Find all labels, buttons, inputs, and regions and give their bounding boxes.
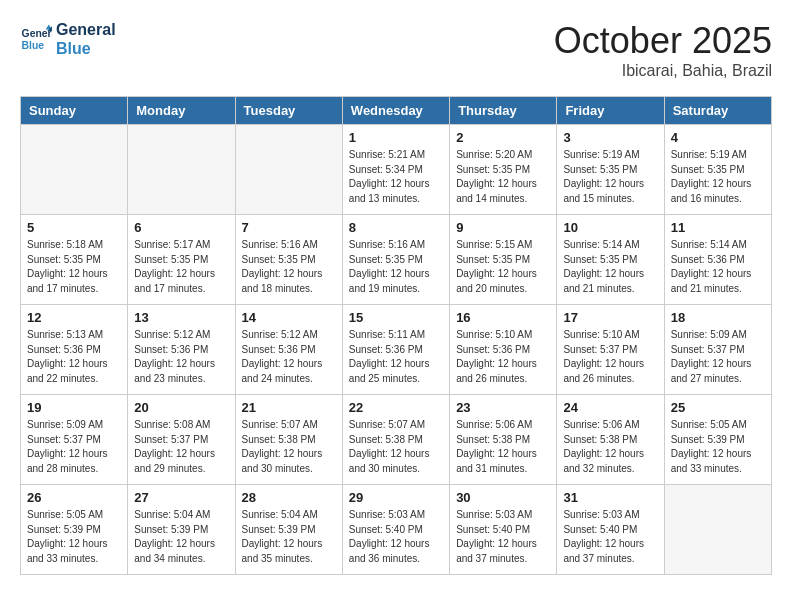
day-number: 11 — [671, 220, 765, 235]
calendar-cell: 22Sunrise: 5:07 AM Sunset: 5:38 PM Dayli… — [342, 395, 449, 485]
day-info: Sunrise: 5:07 AM Sunset: 5:38 PM Dayligh… — [242, 418, 336, 476]
day-number: 2 — [456, 130, 550, 145]
day-number: 31 — [563, 490, 657, 505]
day-number: 7 — [242, 220, 336, 235]
day-number: 6 — [134, 220, 228, 235]
location-subtitle: Ibicarai, Bahia, Brazil — [554, 62, 772, 80]
col-header-thursday: Thursday — [450, 97, 557, 125]
title-block: October 2025 Ibicarai, Bahia, Brazil — [554, 20, 772, 80]
col-header-wednesday: Wednesday — [342, 97, 449, 125]
day-number: 22 — [349, 400, 443, 415]
logo: General Blue General Blue — [20, 20, 116, 58]
calendar-cell: 23Sunrise: 5:06 AM Sunset: 5:38 PM Dayli… — [450, 395, 557, 485]
calendar-cell: 27Sunrise: 5:04 AM Sunset: 5:39 PM Dayli… — [128, 485, 235, 575]
day-info: Sunrise: 5:05 AM Sunset: 5:39 PM Dayligh… — [27, 508, 121, 566]
calendar-cell: 19Sunrise: 5:09 AM Sunset: 5:37 PM Dayli… — [21, 395, 128, 485]
col-header-sunday: Sunday — [21, 97, 128, 125]
calendar-table: SundayMondayTuesdayWednesdayThursdayFrid… — [20, 96, 772, 575]
day-number: 4 — [671, 130, 765, 145]
calendar-cell: 13Sunrise: 5:12 AM Sunset: 5:36 PM Dayli… — [128, 305, 235, 395]
col-header-monday: Monday — [128, 97, 235, 125]
calendar-week-3: 12Sunrise: 5:13 AM Sunset: 5:36 PM Dayli… — [21, 305, 772, 395]
day-info: Sunrise: 5:13 AM Sunset: 5:36 PM Dayligh… — [27, 328, 121, 386]
calendar-cell: 5Sunrise: 5:18 AM Sunset: 5:35 PM Daylig… — [21, 215, 128, 305]
calendar-cell: 31Sunrise: 5:03 AM Sunset: 5:40 PM Dayli… — [557, 485, 664, 575]
day-info: Sunrise: 5:04 AM Sunset: 5:39 PM Dayligh… — [134, 508, 228, 566]
day-number: 18 — [671, 310, 765, 325]
day-number: 8 — [349, 220, 443, 235]
calendar-cell: 17Sunrise: 5:10 AM Sunset: 5:37 PM Dayli… — [557, 305, 664, 395]
day-number: 12 — [27, 310, 121, 325]
logo-text-blue: Blue — [56, 39, 116, 58]
col-header-tuesday: Tuesday — [235, 97, 342, 125]
day-info: Sunrise: 5:16 AM Sunset: 5:35 PM Dayligh… — [349, 238, 443, 296]
day-info: Sunrise: 5:03 AM Sunset: 5:40 PM Dayligh… — [349, 508, 443, 566]
day-info: Sunrise: 5:05 AM Sunset: 5:39 PM Dayligh… — [671, 418, 765, 476]
calendar-cell: 29Sunrise: 5:03 AM Sunset: 5:40 PM Dayli… — [342, 485, 449, 575]
calendar-cell: 4Sunrise: 5:19 AM Sunset: 5:35 PM Daylig… — [664, 125, 771, 215]
calendar-week-4: 19Sunrise: 5:09 AM Sunset: 5:37 PM Dayli… — [21, 395, 772, 485]
calendar-cell: 18Sunrise: 5:09 AM Sunset: 5:37 PM Dayli… — [664, 305, 771, 395]
calendar-cell: 25Sunrise: 5:05 AM Sunset: 5:39 PM Dayli… — [664, 395, 771, 485]
day-number: 30 — [456, 490, 550, 505]
day-info: Sunrise: 5:10 AM Sunset: 5:36 PM Dayligh… — [456, 328, 550, 386]
calendar-week-2: 5Sunrise: 5:18 AM Sunset: 5:35 PM Daylig… — [21, 215, 772, 305]
day-number: 17 — [563, 310, 657, 325]
day-info: Sunrise: 5:17 AM Sunset: 5:35 PM Dayligh… — [134, 238, 228, 296]
day-info: Sunrise: 5:12 AM Sunset: 5:36 PM Dayligh… — [134, 328, 228, 386]
day-info: Sunrise: 5:19 AM Sunset: 5:35 PM Dayligh… — [671, 148, 765, 206]
calendar-cell: 6Sunrise: 5:17 AM Sunset: 5:35 PM Daylig… — [128, 215, 235, 305]
calendar-cell: 1Sunrise: 5:21 AM Sunset: 5:34 PM Daylig… — [342, 125, 449, 215]
day-info: Sunrise: 5:14 AM Sunset: 5:35 PM Dayligh… — [563, 238, 657, 296]
calendar-cell: 12Sunrise: 5:13 AM Sunset: 5:36 PM Dayli… — [21, 305, 128, 395]
calendar-cell: 16Sunrise: 5:10 AM Sunset: 5:36 PM Dayli… — [450, 305, 557, 395]
day-number: 15 — [349, 310, 443, 325]
day-number: 23 — [456, 400, 550, 415]
calendar-cell: 11Sunrise: 5:14 AM Sunset: 5:36 PM Dayli… — [664, 215, 771, 305]
calendar-cell: 21Sunrise: 5:07 AM Sunset: 5:38 PM Dayli… — [235, 395, 342, 485]
day-number: 26 — [27, 490, 121, 505]
day-number: 16 — [456, 310, 550, 325]
svg-text:Blue: Blue — [22, 40, 45, 51]
month-title: October 2025 — [554, 20, 772, 62]
day-info: Sunrise: 5:08 AM Sunset: 5:37 PM Dayligh… — [134, 418, 228, 476]
calendar-cell: 26Sunrise: 5:05 AM Sunset: 5:39 PM Dayli… — [21, 485, 128, 575]
day-info: Sunrise: 5:16 AM Sunset: 5:35 PM Dayligh… — [242, 238, 336, 296]
calendar-cell: 15Sunrise: 5:11 AM Sunset: 5:36 PM Dayli… — [342, 305, 449, 395]
calendar-cell — [235, 125, 342, 215]
calendar-cell: 3Sunrise: 5:19 AM Sunset: 5:35 PM Daylig… — [557, 125, 664, 215]
calendar-cell: 9Sunrise: 5:15 AM Sunset: 5:35 PM Daylig… — [450, 215, 557, 305]
calendar-week-1: 1Sunrise: 5:21 AM Sunset: 5:34 PM Daylig… — [21, 125, 772, 215]
day-number: 10 — [563, 220, 657, 235]
day-info: Sunrise: 5:18 AM Sunset: 5:35 PM Dayligh… — [27, 238, 121, 296]
calendar-cell: 2Sunrise: 5:20 AM Sunset: 5:35 PM Daylig… — [450, 125, 557, 215]
day-info: Sunrise: 5:07 AM Sunset: 5:38 PM Dayligh… — [349, 418, 443, 476]
day-number: 25 — [671, 400, 765, 415]
day-info: Sunrise: 5:06 AM Sunset: 5:38 PM Dayligh… — [456, 418, 550, 476]
day-info: Sunrise: 5:10 AM Sunset: 5:37 PM Dayligh… — [563, 328, 657, 386]
day-number: 13 — [134, 310, 228, 325]
day-info: Sunrise: 5:15 AM Sunset: 5:35 PM Dayligh… — [456, 238, 550, 296]
page-header: General Blue General Blue October 2025 I… — [20, 20, 772, 80]
day-number: 14 — [242, 310, 336, 325]
calendar-cell — [128, 125, 235, 215]
day-number: 21 — [242, 400, 336, 415]
logo-icon: General Blue — [20, 23, 52, 55]
day-info: Sunrise: 5:21 AM Sunset: 5:34 PM Dayligh… — [349, 148, 443, 206]
day-info: Sunrise: 5:09 AM Sunset: 5:37 PM Dayligh… — [27, 418, 121, 476]
day-info: Sunrise: 5:09 AM Sunset: 5:37 PM Dayligh… — [671, 328, 765, 386]
calendar-cell — [21, 125, 128, 215]
logo-text-general: General — [56, 20, 116, 39]
calendar-cell: 20Sunrise: 5:08 AM Sunset: 5:37 PM Dayli… — [128, 395, 235, 485]
day-number: 19 — [27, 400, 121, 415]
day-number: 5 — [27, 220, 121, 235]
day-info: Sunrise: 5:04 AM Sunset: 5:39 PM Dayligh… — [242, 508, 336, 566]
calendar-cell: 28Sunrise: 5:04 AM Sunset: 5:39 PM Dayli… — [235, 485, 342, 575]
col-header-saturday: Saturday — [664, 97, 771, 125]
day-info: Sunrise: 5:19 AM Sunset: 5:35 PM Dayligh… — [563, 148, 657, 206]
day-info: Sunrise: 5:14 AM Sunset: 5:36 PM Dayligh… — [671, 238, 765, 296]
calendar-cell: 8Sunrise: 5:16 AM Sunset: 5:35 PM Daylig… — [342, 215, 449, 305]
day-number: 29 — [349, 490, 443, 505]
day-number: 20 — [134, 400, 228, 415]
day-number: 9 — [456, 220, 550, 235]
